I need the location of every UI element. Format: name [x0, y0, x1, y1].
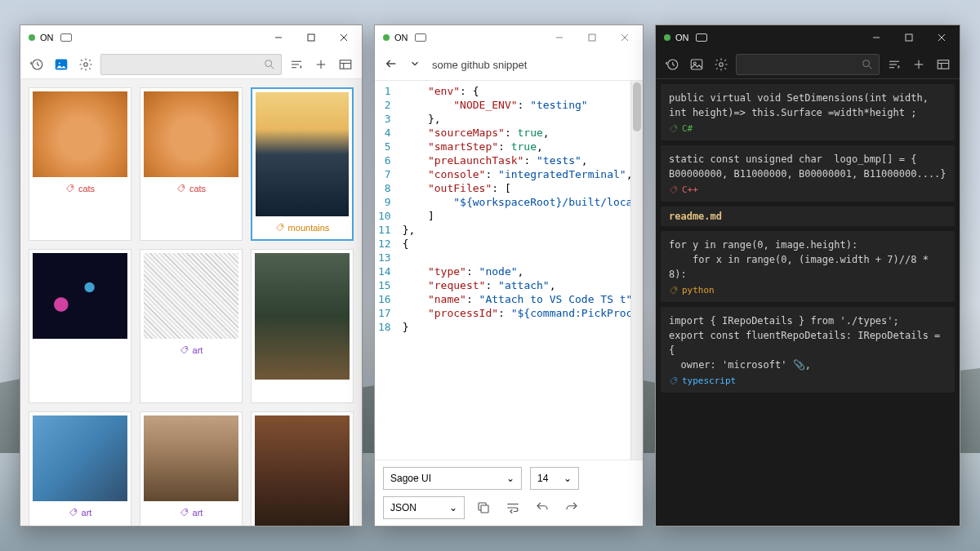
filename: readme.md	[669, 211, 947, 222]
svg-point-21	[185, 349, 187, 350]
thumbnail	[256, 92, 349, 216]
svg-line-9	[271, 66, 274, 69]
back-icon[interactable]	[385, 57, 398, 73]
gallery-card[interactable]: art	[29, 411, 131, 526]
scrollbar-thumb[interactable]	[633, 82, 641, 131]
search-input[interactable]	[736, 54, 880, 75]
svg-point-49	[675, 188, 676, 189]
lang-select[interactable]: JSON⌄	[383, 496, 465, 519]
settings-icon[interactable]	[711, 55, 731, 74]
editor-footer: Sagoe UI⌄ 14⌄ JSON⌄	[375, 460, 643, 526]
svg-point-8	[265, 60, 272, 66]
wrap-icon[interactable]	[502, 497, 523, 518]
size-select[interactable]: 14⌄	[530, 467, 579, 490]
tag-line	[255, 383, 350, 399]
tag-line: art	[144, 504, 238, 521]
gallery-card[interactable]: art	[140, 411, 243, 526]
chevron-down-icon[interactable]	[409, 58, 421, 72]
status-dot	[29, 34, 35, 41]
tag-text: cats	[189, 184, 206, 193]
snippet-code: static const unsigned char logo_bmp[] = …	[669, 152, 947, 181]
titlebar[interactable]: ON	[375, 25, 643, 50]
svg-rect-29	[481, 505, 488, 513]
gallery-card[interactable]	[251, 249, 354, 403]
gallery-card[interactable]	[29, 249, 131, 403]
snippet-card[interactable]: public virtual void SetDimensions(int wi…	[661, 84, 955, 140]
snippet-card[interactable]: static const unsigned char logo_bmp[] = …	[661, 145, 955, 202]
thumbnail	[144, 415, 238, 501]
gallery-content: catscatsmountainsartartart	[20, 79, 362, 526]
chevron-down-icon: ⌄	[449, 502, 457, 513]
svg-point-18	[71, 187, 73, 189]
minimize-button[interactable]	[262, 25, 295, 50]
toolbar	[20, 50, 362, 79]
snippet-code: for y in range(0, image.height): for x i…	[669, 238, 947, 282]
maximize-button[interactable]	[893, 25, 925, 50]
font-value: Sagoe UI	[390, 473, 431, 484]
snippet-code: public virtual void SetDimensions(int wi…	[669, 91, 947, 120]
tag-line	[33, 342, 127, 358]
snippet-card[interactable]: readme.md	[661, 207, 955, 226]
gallery-card[interactable]: art	[140, 249, 243, 403]
close-button[interactable]	[925, 25, 958, 50]
chevron-down-icon: ⌄	[564, 473, 572, 484]
lang-tag: python	[669, 285, 947, 295]
code-lines[interactable]: "env": { "NODE_ENV": "testing" }, "sourc…	[399, 81, 643, 460]
redo-icon[interactable]	[561, 497, 582, 518]
add-icon[interactable]	[909, 55, 929, 74]
gallery-card[interactable]: cats	[140, 87, 243, 241]
maximize-button[interactable]	[295, 25, 327, 50]
list-filter-icon[interactable]	[287, 55, 306, 74]
editor-window: ON some github snippet 12345678910111213…	[374, 24, 644, 527]
svg-point-23	[185, 510, 187, 512]
undo-icon[interactable]	[532, 497, 553, 518]
thumbnail	[33, 415, 127, 501]
snippets-content: public virtual void SetDimensions(int wi…	[656, 79, 960, 526]
gallery-card[interactable]: mountains	[251, 87, 354, 241]
tag-line: mountains	[256, 220, 349, 236]
svg-rect-35	[691, 60, 702, 69]
snippet-card[interactable]: for y in range(0, image.height): for x i…	[661, 231, 955, 302]
monitor-icon	[415, 33, 426, 42]
tag-icon	[176, 184, 186, 193]
close-button[interactable]	[608, 25, 641, 50]
image-view-icon[interactable]	[687, 55, 706, 74]
layout-icon[interactable]	[933, 55, 953, 74]
layout-icon[interactable]	[336, 55, 355, 74]
gallery-card[interactable]: cats	[29, 87, 131, 241]
maximize-button[interactable]	[576, 25, 608, 50]
image-view-icon[interactable]	[51, 55, 71, 74]
copy-icon[interactable]	[473, 497, 494, 518]
thumbnail	[255, 415, 350, 526]
tag-line: art	[33, 504, 127, 521]
history-icon[interactable]	[27, 55, 47, 74]
snippet-card[interactable]: import { IRepoDetails } from './types'; …	[661, 307, 955, 393]
lang-tag: typescript	[669, 375, 947, 386]
toolbar	[656, 50, 960, 79]
tag-icon	[180, 508, 189, 518]
list-filter-icon[interactable]	[884, 55, 904, 74]
history-icon[interactable]	[662, 55, 682, 74]
titlebar[interactable]: ON	[20, 25, 362, 50]
gallery-card[interactable]	[251, 411, 354, 526]
status-dot	[383, 34, 390, 41]
add-icon[interactable]	[311, 55, 331, 74]
svg-point-37	[719, 62, 724, 66]
lang-tag: C#	[669, 123, 947, 134]
tag-icon	[65, 184, 75, 193]
chevron-down-icon: ⌄	[506, 473, 514, 484]
settings-icon[interactable]	[76, 55, 96, 74]
thumbnail	[33, 253, 127, 339]
search-input[interactable]	[100, 54, 282, 75]
tag-icon	[69, 508, 78, 518]
minimize-button[interactable]	[860, 25, 893, 50]
titlebar[interactable]: ON	[656, 25, 960, 50]
svg-rect-1	[308, 34, 314, 41]
svg-point-20	[281, 225, 283, 227]
monitor-icon	[60, 33, 72, 42]
snippet-code: import { IRepoDetails } from './types'; …	[669, 313, 947, 372]
close-button[interactable]	[327, 25, 360, 50]
font-select[interactable]: Sagoe UI⌄	[383, 467, 522, 490]
minimize-button[interactable]	[543, 25, 576, 50]
code-area[interactable]: 123456789101112131415161718 "env": { "NO…	[375, 81, 643, 460]
